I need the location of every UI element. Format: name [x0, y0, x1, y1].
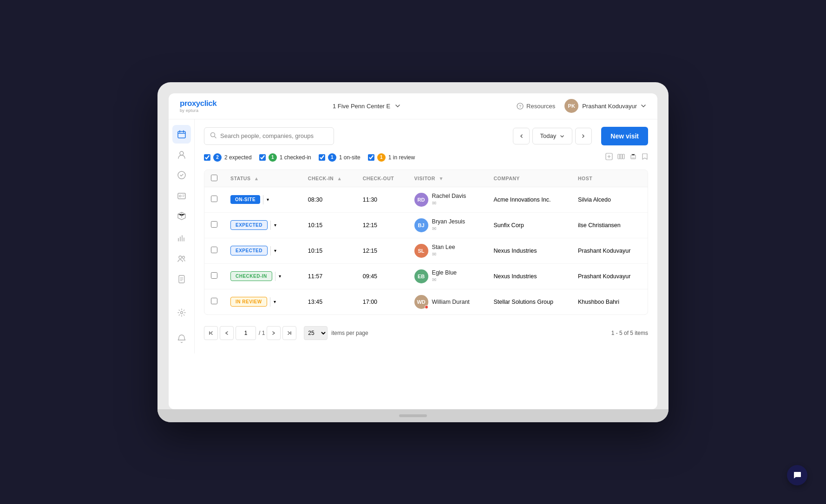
- chat-icon: [793, 471, 802, 480]
- location-label: 1 Five Penn Center E: [333, 103, 390, 110]
- status-badge: EXPECTED: [230, 220, 268, 230]
- row-checkbox[interactable]: [211, 196, 217, 202]
- visitor-avatar: WD: [414, 295, 428, 309]
- checkin-cell: 10:15: [302, 238, 356, 263]
- per-page-select[interactable]: 10 25 50 100: [304, 326, 328, 340]
- status-cell: CHECKED-IN ▾: [224, 263, 302, 289]
- prev-date-button[interactable]: [513, 128, 530, 144]
- svg-point-3: [180, 151, 184, 155]
- filters-bar: 2 2 expected 1 1 checked-in 1 1 on-site: [204, 153, 648, 162]
- sidebar-item-notifications[interactable]: [172, 329, 191, 348]
- new-visit-button[interactable]: New visit: [601, 127, 648, 145]
- col-status[interactable]: STATUS ▲: [224, 170, 302, 187]
- company-cell: Sunfix Corp: [487, 212, 571, 238]
- chat-button[interactable]: [787, 465, 807, 485]
- page-input-wrap: / 1: [236, 326, 265, 340]
- sidebar-item-badge[interactable]: [172, 166, 191, 184]
- col-checkin[interactable]: CHECK-IN ▲: [302, 170, 356, 187]
- filter-expected[interactable]: 2 2 expected: [204, 153, 252, 162]
- visitor-name: Stan Lee: [432, 244, 455, 250]
- export-icon[interactable]: [605, 153, 613, 162]
- col-visitor[interactable]: VISITOR ▼: [408, 170, 487, 187]
- row-checkbox[interactable]: [211, 298, 217, 304]
- chevron-left-icon: [519, 134, 524, 138]
- sidebar-item-reports[interactable]: [172, 270, 191, 288]
- print-icon[interactable]: [629, 153, 637, 162]
- user-menu[interactable]: PK Prashant Koduvayur: [564, 99, 646, 113]
- status-dropdown-button[interactable]: ▾: [270, 246, 280, 255]
- page-number-input[interactable]: [236, 326, 256, 340]
- row-checkbox[interactable]: [211, 221, 217, 228]
- row-checkbox[interactable]: [211, 247, 217, 253]
- filter-onsite[interactable]: 1 1 on-site: [319, 153, 361, 162]
- visitor-email-icon: ✉: [432, 226, 465, 232]
- filter-expected-checkbox[interactable]: [204, 154, 210, 161]
- analytics-icon: [177, 234, 186, 243]
- date-navigation: Today: [513, 128, 592, 144]
- host-cell: Prashant Koduvayur: [571, 263, 648, 289]
- prev-page-button[interactable]: [220, 326, 234, 340]
- visitor-cell: BJ Bryan Jesuis ✉: [408, 212, 487, 238]
- checkout-cell: 12:15: [356, 212, 408, 238]
- sidebar-item-calendar[interactable]: [172, 125, 191, 144]
- logo-sub: by eptura: [180, 108, 216, 113]
- company-cell: Nexus Industries: [487, 238, 571, 263]
- svg-rect-15: [623, 154, 624, 159]
- visitor-cell: EB Egle Blue ✉: [408, 263, 487, 289]
- company-cell: Stellar Solutions Group: [487, 289, 571, 314]
- sidebar-item-id-card[interactable]: [172, 186, 191, 205]
- status-cell: EXPECTED ▾: [224, 238, 302, 263]
- host-cell: Khushboo Bahri: [571, 289, 648, 314]
- next-page-button[interactable]: [267, 326, 281, 340]
- visitor-email-icon: ✉: [432, 251, 455, 257]
- sidebar-item-users[interactable]: [172, 145, 191, 164]
- date-label: Today: [540, 132, 557, 139]
- select-all-checkbox[interactable]: [211, 175, 217, 181]
- visitor-name: Bryan Jesuis: [432, 218, 465, 225]
- status-badge: ON-SITE: [230, 195, 260, 204]
- resources-button[interactable]: ? Resources: [517, 103, 555, 110]
- items-per-page-label: items per page: [331, 330, 368, 336]
- today-button[interactable]: Today: [532, 128, 573, 144]
- bookmark-icon[interactable]: [642, 153, 648, 162]
- sidebar-item-team[interactable]: [172, 249, 191, 268]
- package-icon: [177, 211, 186, 221]
- status-dropdown-button[interactable]: ▾: [270, 297, 279, 307]
- filter-in-review[interactable]: 1 1 in review: [368, 153, 415, 162]
- first-page-button[interactable]: [204, 326, 218, 340]
- last-page-button[interactable]: [282, 326, 296, 340]
- filter-inreview-checkbox[interactable]: [368, 154, 374, 161]
- svg-rect-2: [178, 131, 185, 138]
- status-cell: EXPECTED ▾: [224, 212, 302, 238]
- table-header-row: STATUS ▲ CHECK-IN ▲ CHECK-OUT VISITOR ▼ …: [204, 170, 648, 187]
- search-box[interactable]: [204, 127, 334, 145]
- next-date-button[interactable]: [575, 128, 592, 144]
- status-dropdown-button[interactable]: ▾: [275, 272, 284, 281]
- search-icon: [210, 132, 216, 140]
- location-selector[interactable]: 1 Five Penn Center E: [333, 103, 400, 110]
- table-row: EXPECTED ▾ 10:1512:15 SL Stan Lee ✉ Nexu…: [204, 238, 648, 263]
- filter-checked-in[interactable]: 1 1 checked-in: [259, 153, 311, 162]
- onsite-label: 1 on-site: [339, 154, 361, 161]
- filter-checkedin-checkbox[interactable]: [259, 154, 266, 161]
- status-dropdown-button[interactable]: ▾: [263, 195, 272, 204]
- reports-icon: [177, 275, 186, 284]
- visitor-avatar: SL: [414, 244, 428, 258]
- filter-onsite-checkbox[interactable]: [319, 154, 325, 161]
- col-checkout: CHECK-OUT: [356, 170, 408, 187]
- sidebar-item-settings[interactable]: [172, 303, 191, 322]
- search-input[interactable]: [220, 132, 328, 139]
- alert-dot: [425, 305, 428, 309]
- inreview-label: 1 in review: [388, 154, 415, 161]
- status-dropdown-button[interactable]: ▾: [270, 221, 280, 230]
- visitor-email-icon: ✉: [432, 200, 466, 206]
- checkedin-count: 1: [269, 153, 277, 162]
- table-row: ON-SITE ▾ 08:3011:30 RD Rachel Davis ✉ A…: [204, 187, 648, 212]
- date-chevron-icon: [560, 134, 564, 138]
- sidebar-item-analytics[interactable]: [172, 229, 191, 248]
- avatar: PK: [564, 99, 578, 113]
- columns-icon[interactable]: [617, 153, 625, 162]
- sidebar-item-package[interactable]: [172, 207, 191, 225]
- company-cell: Acme Innovations Inc.: [487, 187, 571, 212]
- row-checkbox[interactable]: [211, 272, 217, 279]
